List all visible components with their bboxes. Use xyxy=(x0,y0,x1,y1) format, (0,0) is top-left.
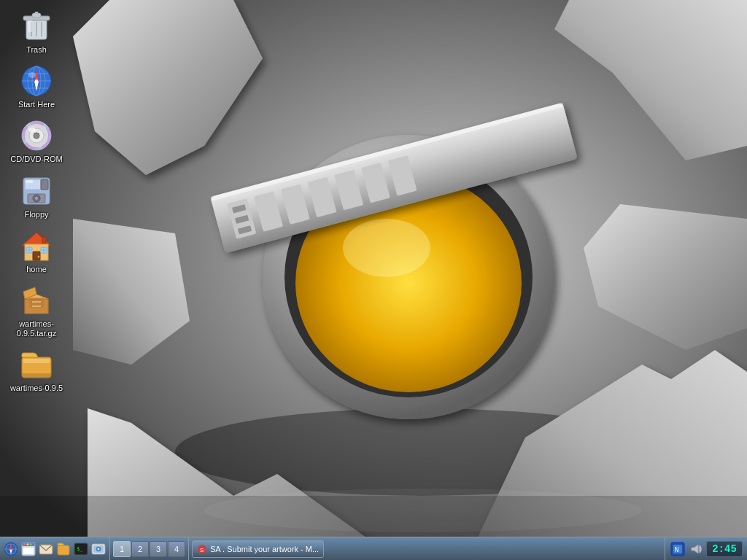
cdrom-label: CD/DVD-ROM xyxy=(10,155,63,164)
svg-point-48 xyxy=(28,128,36,132)
svg-text:N: N xyxy=(675,546,678,553)
svg-rect-57 xyxy=(42,237,46,244)
svg-point-42 xyxy=(28,72,36,78)
svg-rect-55 xyxy=(26,180,33,183)
wartimes-dir-icon-img xyxy=(19,347,54,382)
svg-point-11 xyxy=(343,219,430,277)
quick-launch-bar: $_ xyxy=(0,537,110,560)
trash-icon-img xyxy=(19,9,54,44)
start-here-label: Start Here xyxy=(18,100,55,109)
ql-screenshot-icon[interactable] xyxy=(90,541,107,557)
wartimes-tar-icon-img xyxy=(19,283,54,318)
systray-volume-icon[interactable] xyxy=(688,541,704,557)
wartimes-tar-label: wartimes-0.9.5.tar.gz xyxy=(7,319,66,338)
taskbar-tasks: S SA . Submit your artwork - M... xyxy=(189,540,665,558)
workspace-1-btn[interactable]: 1 xyxy=(113,541,131,557)
svg-rect-84 xyxy=(23,548,34,554)
floppy-icon[interactable]: Floppy xyxy=(4,171,69,222)
svg-rect-51 xyxy=(41,179,48,190)
systray-network-icon[interactable]: N xyxy=(670,541,686,557)
desktop: Trash xyxy=(0,0,747,560)
ql-mail-icon[interactable] xyxy=(38,541,54,557)
workspace-3-btn[interactable]: 3 xyxy=(150,541,167,557)
svg-rect-75 xyxy=(23,359,50,363)
ql-terminal-icon[interactable]: $_ xyxy=(73,541,89,557)
svg-text:$_: $_ xyxy=(77,546,83,552)
svg-rect-76 xyxy=(22,373,51,378)
svg-rect-32 xyxy=(28,20,32,32)
systray: N 2:45 xyxy=(665,537,747,560)
floppy-icon-img xyxy=(19,174,54,209)
svg-rect-89 xyxy=(58,545,69,555)
svg-point-85 xyxy=(24,543,26,545)
wartimes-dir-icon[interactable]: wartimes-0.9.5 xyxy=(4,344,69,396)
floppy-label: Floppy xyxy=(24,210,48,219)
svg-point-47 xyxy=(34,133,39,139)
task-browser[interactable]: S SA . Submit your artwork - M... xyxy=(192,540,324,558)
workspace-switcher: 1 2 3 4 xyxy=(110,537,189,560)
workspace-4-btn[interactable]: 4 xyxy=(168,541,185,557)
svg-marker-101 xyxy=(692,545,698,553)
desktop-icons: Trash xyxy=(0,0,73,402)
ql-home-icon[interactable] xyxy=(3,541,19,557)
start-here-icon[interactable]: Start Here xyxy=(4,61,69,112)
home-icon-img xyxy=(19,228,54,263)
svg-marker-56 xyxy=(22,233,51,246)
system-clock: 2:45 xyxy=(706,541,743,557)
svg-point-54 xyxy=(35,197,38,200)
trash-icon[interactable]: Trash xyxy=(4,6,69,58)
ql-browser-icon[interactable] xyxy=(20,541,36,557)
home-icon[interactable]: home xyxy=(4,225,69,277)
wartimes-tar-icon[interactable]: wartimes-0.9.5.tar.gz xyxy=(4,280,69,341)
svg-point-86 xyxy=(27,543,29,545)
clock-time: 2:45 xyxy=(712,543,737,555)
cdrom-icon[interactable]: CD/DVD-ROM xyxy=(4,115,69,167)
svg-point-41 xyxy=(35,79,38,82)
cdrom-icon-img xyxy=(19,118,54,153)
svg-text:S: S xyxy=(200,547,204,553)
svg-point-25 xyxy=(204,489,642,532)
home-label: home xyxy=(26,265,47,274)
task-browser-label: SA . Submit your artwork - M... xyxy=(210,545,319,553)
wartimes-dir-label: wartimes-0.9.5 xyxy=(10,384,63,393)
svg-point-60 xyxy=(38,255,40,257)
start-here-icon-img xyxy=(19,63,54,98)
svg-point-87 xyxy=(30,543,32,545)
workspace-2-btn[interactable]: 2 xyxy=(131,541,149,557)
trash-label: Trash xyxy=(26,45,47,55)
ql-files-icon[interactable] xyxy=(55,541,71,557)
taskbar: $_ 1 2 3 4 S xyxy=(0,537,747,560)
svg-point-95 xyxy=(98,548,99,550)
